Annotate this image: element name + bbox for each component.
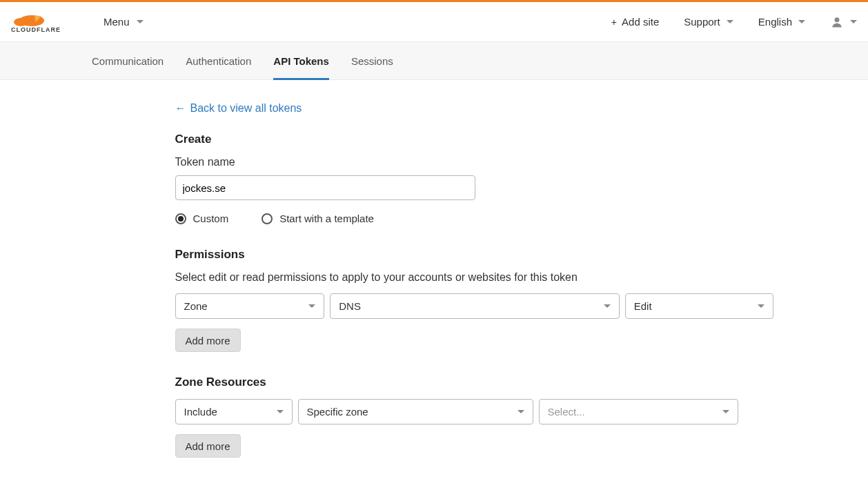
tab-api-tokens[interactable]: API Tokens	[273, 42, 329, 80]
chevron-down-icon	[517, 410, 524, 413]
language-dropdown[interactable]: English	[758, 16, 805, 28]
zone-select[interactable]: Select...	[539, 399, 738, 424]
radio-icon	[175, 213, 186, 224]
zone-scope-value: Specific zone	[307, 406, 368, 418]
chevron-down-icon	[850, 20, 857, 23]
account-dropdown[interactable]	[830, 15, 857, 29]
zone-add-more-button[interactable]: Add more	[175, 434, 241, 458]
user-icon	[830, 15, 844, 29]
permission-access-value: Edit	[634, 300, 652, 312]
permission-scope-select[interactable]: Zone	[175, 293, 325, 319]
svg-point-2	[835, 17, 840, 22]
global-header: CLOUDFLARE Menu + Add site Support Engli…	[0, 2, 868, 42]
token-name-input[interactable]	[175, 175, 475, 200]
token-name-label: Token name	[175, 156, 774, 168]
tab-sessions[interactable]: Sessions	[351, 42, 393, 80]
permissions-description: Select edit or read permissions to apply…	[175, 271, 774, 284]
permissions-row: Zone DNS Edit	[175, 293, 774, 319]
create-heading: Create	[175, 133, 774, 146]
zone-resources-row: Include Specific zone Select...	[175, 399, 774, 424]
zone-resources-heading: Zone Resources	[175, 375, 774, 389]
zone-select-placeholder: Select...	[548, 406, 585, 418]
add-site-link[interactable]: + Add site	[611, 16, 659, 28]
radio-custom[interactable]: Custom	[175, 213, 229, 224]
support-dropdown[interactable]: Support	[684, 16, 733, 28]
back-to-tokens-link[interactable]: ← Back to view all tokens	[175, 102, 302, 115]
chevron-down-icon	[758, 304, 765, 308]
add-site-label: Add site	[622, 16, 659, 28]
radio-custom-label: Custom	[193, 213, 229, 224]
chevron-down-icon	[722, 410, 729, 413]
menu-label: Menu	[103, 16, 130, 28]
permission-access-select[interactable]: Edit	[625, 293, 774, 319]
support-label: Support	[684, 16, 720, 28]
plus-icon: +	[611, 17, 617, 28]
permission-scope-value: Zone	[184, 300, 208, 312]
chevron-down-icon	[604, 304, 611, 308]
chevron-down-icon	[727, 20, 733, 23]
radio-start-template[interactable]: Start with a template	[262, 213, 374, 224]
tab-communication[interactable]: Communication	[92, 42, 164, 80]
radio-icon	[262, 213, 273, 224]
permissions-add-more-button[interactable]: Add more	[175, 329, 241, 352]
permission-resource-value: DNS	[339, 300, 361, 312]
chevron-down-icon	[137, 20, 144, 23]
back-link-text: Back to view all tokens	[190, 102, 302, 115]
zone-scope-select[interactable]: Specific zone	[298, 399, 533, 424]
tab-authentication[interactable]: Authentication	[186, 42, 251, 80]
logo-text: CLOUDFLARE	[11, 26, 61, 33]
radio-template-label: Start with a template	[279, 213, 374, 224]
page-content: ← Back to view all tokens Create Token n…	[95, 80, 774, 479]
language-label: English	[758, 16, 792, 28]
permissions-heading: Permissions	[175, 248, 774, 262]
chevron-down-icon	[277, 410, 284, 413]
zone-mode-value: Include	[184, 406, 217, 418]
permission-resource-select[interactable]: DNS	[330, 293, 619, 319]
profile-sub-nav: Communication Authentication API Tokens …	[0, 42, 868, 80]
arrow-left-icon: ←	[175, 102, 186, 115]
zone-mode-select[interactable]: Include	[175, 399, 293, 424]
chevron-down-icon	[308, 304, 315, 308]
svg-point-1	[14, 18, 28, 26]
logo[interactable]: CLOUDFLARE	[11, 10, 84, 35]
chevron-down-icon	[798, 20, 805, 23]
menu-dropdown[interactable]: Menu	[103, 16, 144, 28]
